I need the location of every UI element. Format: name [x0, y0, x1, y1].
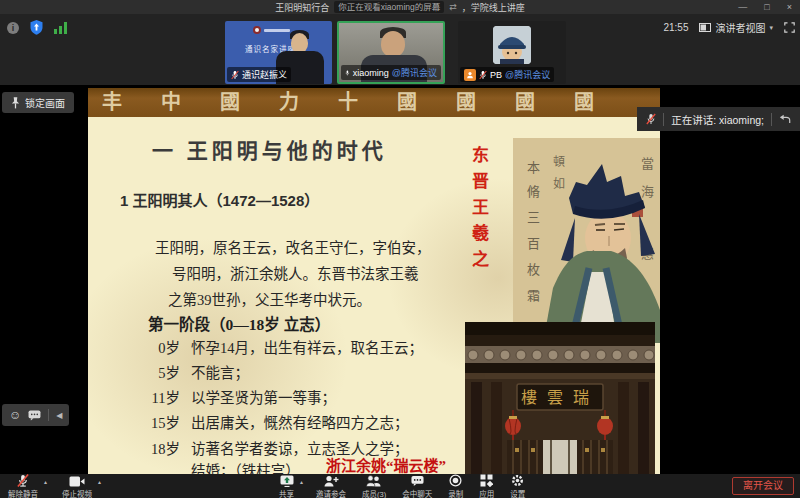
timeline-age: 5岁	[128, 361, 180, 382]
participant-name: xiaoming	[353, 68, 389, 78]
avatar	[493, 26, 531, 64]
svg-text:三: 三	[527, 210, 540, 225]
collapse-bar-icon[interactable]: ◀	[56, 411, 62, 420]
timeline-row: 5岁 不能言；	[128, 361, 249, 382]
camera-icon	[69, 476, 85, 487]
svg-text:霜: 霜	[527, 288, 540, 303]
apps-label: 应用	[479, 488, 494, 498]
slide-subtitle: 1 王阳明其人（1472—1528）	[120, 189, 319, 210]
speaking-indicator: 正在讲话: xiaoming;	[637, 107, 800, 131]
participant-name: PB	[490, 70, 502, 80]
svg-text:枚: 枚	[527, 262, 540, 277]
stop-video-button[interactable]: 停止视频 ▴	[62, 475, 92, 498]
muted-mic-icon	[231, 70, 239, 80]
meeting-toolbar: 解除静音 ▴ 停止视频 ▴	[0, 474, 800, 498]
quick-reaction-bar: ☺ ◀	[2, 404, 69, 426]
share-label: 共享	[279, 488, 294, 498]
view-mode-selector[interactable]: 演讲者视图 ▾	[699, 20, 773, 35]
record-button[interactable]: 录制	[448, 475, 463, 498]
timeline-text: 以学圣贤为第一等事；	[191, 386, 336, 407]
info-icon[interactable]: i	[7, 22, 19, 34]
watching-screen-badge: 你正在观看xiaoming的屏幕	[334, 1, 444, 13]
window-titlebar: 王阳明知行合 你正在观看xiaoming的屏幕 ⇄ ，学院线上讲座 — □ ×	[0, 0, 800, 14]
svg-text:當: 當	[641, 156, 654, 171]
share-screen-button[interactable]: 共享 ▴	[279, 475, 294, 498]
muted-mic-icon	[479, 70, 487, 80]
timeline-row: 15岁 出居庸关，慨然有经略四方之志；	[128, 411, 409, 432]
minimize-button[interactable]: —	[738, 0, 747, 14]
muted-mic-icon	[646, 113, 656, 125]
participant-tile-pb[interactable]: PB@腾讯会议	[458, 21, 566, 84]
participant-tile-xiaoming[interactable]: xiaoming@腾讯会议	[337, 21, 445, 84]
reply-arrow-icon[interactable]	[779, 114, 791, 125]
stop-video-label: 停止视频	[62, 488, 92, 498]
meeting-title-prefix: 王阳明知行合	[275, 1, 329, 14]
profile-badge-icon	[464, 69, 476, 81]
meeting-window: 王阳明知行合 你正在观看xiaoming的屏幕 ⇄ ，学院线上讲座 — □ × …	[0, 0, 800, 498]
participant-name: 通识赵振义	[242, 68, 287, 81]
presentation-slide: 丰 中 國 力 十 國 國 國 國 一 王阳明与他的时代 1 王阳明其人（147…	[88, 88, 660, 474]
mic-on-icon	[345, 68, 350, 78]
slide-paragraph-line: 之第39世孙，父王华考中状元。	[168, 288, 371, 309]
timeline-age: 0岁	[128, 336, 180, 357]
members-icon	[366, 475, 382, 487]
network-signal-icon[interactable]	[54, 22, 67, 34]
layout-icon	[699, 23, 711, 32]
pin-icon	[11, 97, 20, 109]
camera-options-caret-icon[interactable]: ▴	[98, 478, 101, 485]
share-options-caret-icon[interactable]: ▴	[300, 478, 303, 485]
timeline-text: 出居庸关，慨然有经略四方之志；	[191, 411, 409, 432]
record-label: 录制	[448, 488, 463, 498]
shared-screen-stage: 丰 中 國 力 十 國 國 國 國 一 王阳明与他的时代 1 王阳明其人（147…	[0, 85, 800, 474]
settings-label: 设置	[510, 488, 525, 498]
settings-button[interactable]: 设置	[510, 475, 525, 498]
close-button[interactable]: ×	[787, 0, 792, 14]
view-mode-label: 演讲者视图	[715, 20, 765, 35]
leave-meeting-button[interactable]: 离开会议	[732, 477, 794, 495]
members-button[interactable]: 成员(3)	[362, 475, 386, 498]
chat-button[interactable]: 会中聊天	[402, 475, 432, 498]
members-label: 成员(3)	[362, 488, 386, 498]
lock-view-button[interactable]: 锁定画面	[2, 92, 74, 113]
record-icon	[449, 474, 462, 487]
emoji-reaction-icon[interactable]: ☺	[9, 404, 21, 426]
muted-mic-icon	[17, 474, 29, 487]
participant-org: @腾讯会议	[505, 68, 550, 81]
slide-paragraph-line: 号阳明，浙江余姚人。东晋书法家王羲	[172, 262, 419, 283]
unmute-button[interactable]: 解除静音 ▴	[8, 475, 38, 498]
ruiyun-tower-photo: 樓雲瑞	[465, 322, 655, 474]
fullscreen-icon[interactable]	[784, 22, 795, 33]
swap-screen-icon[interactable]: ⇄	[449, 2, 457, 12]
svg-text:如: 如	[553, 176, 565, 191]
timeline-text: 怀孕14月，出生有祥云，取名王云；	[191, 336, 423, 357]
building-plaque-text: 樓雲瑞	[521, 389, 599, 406]
svg-text:海: 海	[641, 184, 654, 199]
svg-text:百: 百	[527, 236, 540, 251]
slide-paragraph-line: 王阳明，原名王云，改名王守仁，字伯安，	[155, 236, 431, 257]
share-screen-icon	[280, 475, 294, 487]
security-shield-icon[interactable]	[30, 20, 43, 35]
invite-label: 邀请参会	[316, 488, 346, 498]
apps-grid-icon	[480, 474, 493, 487]
invite-person-icon	[324, 475, 339, 487]
gear-icon	[511, 474, 524, 487]
timeline-age: 18岁	[128, 437, 180, 458]
apps-button[interactable]: 应用	[479, 475, 494, 498]
svg-text:脩: 脩	[527, 184, 540, 199]
invite-button[interactable]: 邀请参会	[316, 475, 346, 498]
participant-org: @腾讯会议	[392, 66, 437, 79]
maximize-button[interactable]: □	[764, 0, 769, 14]
timeline-row: 0岁 怀孕14月，出生有祥云，取名王云；	[128, 336, 423, 357]
svg-text:本: 本	[527, 160, 540, 175]
unmute-label: 解除静音	[8, 488, 38, 498]
chat-bubble-icon	[411, 475, 424, 487]
lock-view-label: 锁定画面	[25, 95, 65, 110]
view-mode-caret-icon: ▾	[769, 24, 773, 32]
svg-text:頓: 頓	[553, 155, 565, 169]
meeting-title-suffix: ，学院线上讲座	[462, 1, 525, 14]
quick-chat-icon[interactable]	[28, 410, 41, 421]
mic-options-caret-icon[interactable]: ▴	[44, 478, 47, 485]
slide-stage-heading: 第一阶段（0—18岁 立志）	[148, 312, 330, 334]
participant-tile-zhaozhenyi[interactable]: 通识名家讲座 通识赵振义	[225, 21, 332, 84]
timeline-row: 11岁 以学圣贤为第一等事；	[128, 386, 336, 407]
